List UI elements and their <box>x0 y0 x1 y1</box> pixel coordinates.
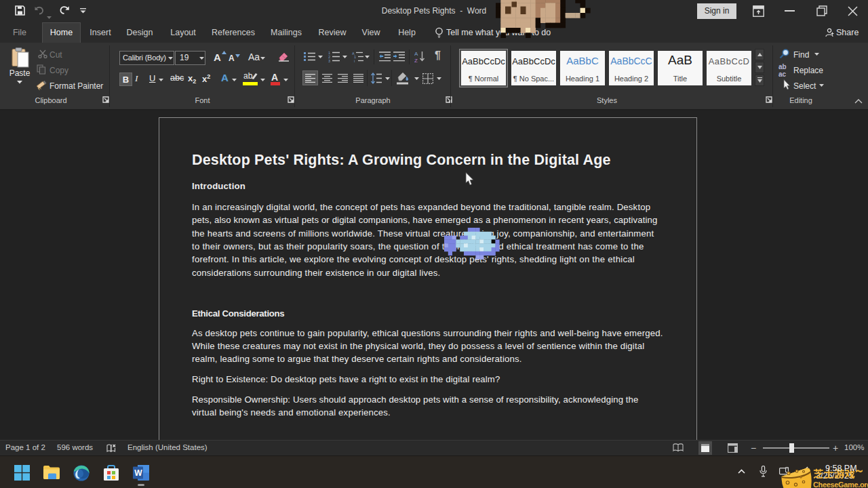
svg-text:Z: Z <box>414 58 418 63</box>
svg-text:i: i <box>354 59 355 63</box>
svg-text:W: W <box>134 468 142 478</box>
svg-text:3: 3 <box>328 59 330 62</box>
svg-text:A: A <box>414 51 418 57</box>
